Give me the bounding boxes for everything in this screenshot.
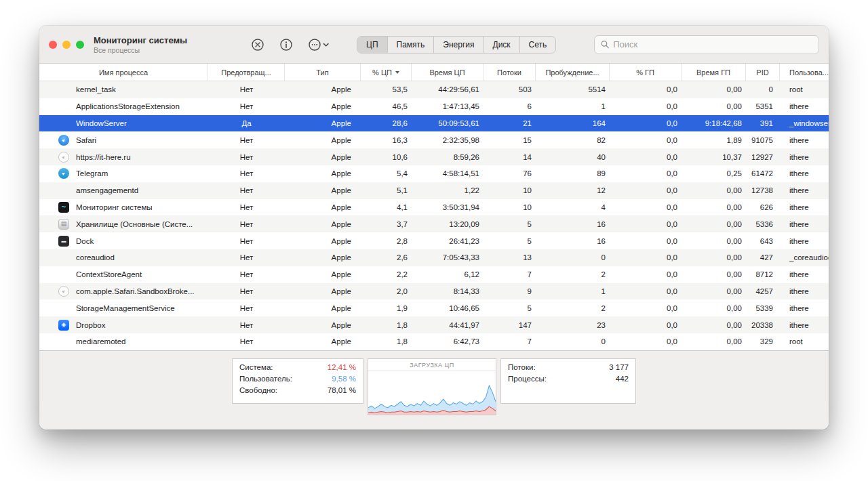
cell-gpu-time: 0,00 <box>682 253 746 262</box>
view-tab[interactable]: Сеть <box>520 37 556 53</box>
view-tab[interactable]: Энергия <box>434 37 484 53</box>
column-header[interactable]: Потоки <box>484 64 536 81</box>
cell-threads: 5 <box>484 237 536 245</box>
cell-gpu-percent: 0,0 <box>610 203 682 211</box>
column-header[interactable]: % ЦП <box>361 64 412 81</box>
cell-user: _windowserver <box>780 119 829 127</box>
cell-pid: 0 <box>746 85 780 93</box>
cell-threads: 7 <box>484 337 536 346</box>
process-row[interactable]: Safari Нет Apple 16,3 2:32:35,98 15 82 0… <box>39 131 829 148</box>
cell-pid: 91075 <box>746 136 780 144</box>
column-header[interactable]: Время ЦП <box>412 64 484 81</box>
x-circle-icon <box>251 38 264 51</box>
cell-cpu-time: 6:42,73 <box>412 337 484 346</box>
cell-process-name: com.apple.Safari.SandboxBroke... <box>39 286 208 297</box>
cell-threads: 7 <box>484 270 536 278</box>
close-button[interactable] <box>49 41 57 49</box>
cell-prevent-sleep: Нет <box>208 337 285 346</box>
window-title-block: Мониторинг системы Все процессы <box>94 35 209 54</box>
cell-wakeups: 12 <box>536 186 610 194</box>
process-row[interactable]: coreaudiod Нет Apple 2,6 7:05:43,33 13 0… <box>39 249 829 266</box>
quit-process-button[interactable] <box>250 37 266 53</box>
cell-wakeups: 16 <box>536 220 610 228</box>
cell-pid: 5339 <box>746 304 780 312</box>
window-subtitle: Все процессы <box>94 46 209 54</box>
search-input[interactable] <box>613 39 812 49</box>
column-header[interactable]: Имя процесса <box>39 64 208 81</box>
minimize-button[interactable] <box>62 41 71 49</box>
stat-row: Пользователь: 9,58 % <box>233 373 363 385</box>
column-header[interactable]: Пользова... <box>780 64 829 81</box>
cell-kind: Apple <box>285 287 361 295</box>
process-row[interactable]: mediaremoted Нет Apple 1,8 6:42,73 7 0 0… <box>39 333 829 350</box>
cell-kind: Apple <box>285 203 361 211</box>
app-icon <box>58 252 69 263</box>
process-row[interactable]: com.apple.Safari.SandboxBroke... Нет App… <box>39 283 829 300</box>
cell-cpu-time: 44:41,97 <box>412 321 484 329</box>
titlebar: Мониторинг системы Все процессы <box>39 26 829 64</box>
cell-wakeups: 2 <box>536 270 610 278</box>
fullscreen-button[interactable] <box>76 41 84 49</box>
view-tab[interactable]: ЦП <box>357 37 388 53</box>
process-row[interactable]: kernel_task Нет Apple 53,5 44:29:56,61 5… <box>39 81 829 98</box>
cell-prevent-sleep: Нет <box>208 287 285 295</box>
cell-process-name: Мониторинг системы <box>39 202 208 213</box>
cell-wakeups: 2 <box>536 304 610 312</box>
cell-cpu-percent: 1,8 <box>361 321 412 329</box>
more-options-button[interactable] <box>307 37 331 53</box>
cpu-stats-panel: Система: 12,41 % Пользователь: 9,58 % Св… <box>232 358 363 404</box>
process-row[interactable]: Хранилище (Основные (Систе... Нет Apple … <box>39 215 829 232</box>
column-header[interactable]: Предотвращ... <box>208 64 285 81</box>
process-row[interactable]: StorageManagementService Нет Apple 1,9 1… <box>39 299 829 316</box>
cell-user: ithere <box>780 186 829 194</box>
process-row[interactable]: ContextStoreAgent Нет Apple 2,2 6,12 7 2… <box>39 266 829 283</box>
app-icon <box>58 84 69 95</box>
cell-prevent-sleep: Нет <box>208 153 285 161</box>
cell-cpu-time: 44:29:56,61 <box>412 85 484 93</box>
column-header[interactable]: PID <box>746 64 780 81</box>
process-row[interactable]: Dropbox Нет Apple 1,8 44:41,97 147 23 0,… <box>39 316 829 333</box>
column-header[interactable]: Пробуждение... <box>536 64 610 81</box>
cell-cpu-time: 8:14,33 <box>412 287 484 295</box>
process-row[interactable]: https://it-here.ru Нет Apple 10,6 8:59,2… <box>39 148 829 165</box>
cell-cpu-percent: 1,8 <box>361 337 412 346</box>
search-field[interactable] <box>594 35 819 54</box>
process-row[interactable]: Dock Нет Apple 2,8 26:41,23 5 16 0,0 0,0… <box>39 232 829 249</box>
process-row[interactable]: amsengagementd Нет Apple 5,1 1,22 10 12 … <box>39 182 829 199</box>
view-tab[interactable]: Память <box>388 37 435 53</box>
cell-prevent-sleep: Нет <box>208 304 285 312</box>
process-row[interactable]: Мониторинг системы Нет Apple 4,1 3:50:31… <box>39 199 829 216</box>
cell-prevent-sleep: Нет <box>208 203 285 211</box>
cell-cpu-time: 8:59,26 <box>412 153 484 161</box>
cell-gpu-time: 1,89 <box>682 136 746 144</box>
cell-user: ithere <box>780 203 829 211</box>
cell-process-name: mediaremoted <box>39 336 208 347</box>
cell-gpu-time: 9:18:42,68 <box>682 119 746 127</box>
cell-cpu-percent: 2,6 <box>361 253 412 262</box>
cell-wakeups: 16 <box>536 237 610 245</box>
process-row[interactable]: WindowServer Да Apple 28,6 50:09:53,61 2… <box>39 115 829 132</box>
column-header[interactable]: % ГП <box>610 64 682 81</box>
column-header[interactable]: Тип <box>285 64 361 81</box>
cell-pid: 5351 <box>746 102 780 110</box>
app-icon <box>58 118 69 129</box>
cell-threads: 503 <box>484 85 536 93</box>
webpage-icon <box>58 152 69 163</box>
view-tab[interactable]: Диск <box>484 37 520 53</box>
cell-gpu-time: 0,00 <box>682 304 746 312</box>
app-icon <box>58 185 69 196</box>
column-header[interactable]: Время ГП <box>682 64 746 81</box>
cell-threads: 6 <box>484 102 536 110</box>
process-row[interactable]: Telegram Нет Apple 5,4 4:58:14,51 76 89 … <box>39 165 829 182</box>
cell-user: root <box>780 337 829 346</box>
cell-gpu-time: 0,00 <box>682 237 746 245</box>
inspect-process-button[interactable] <box>278 37 294 53</box>
cell-pid: 427 <box>746 253 780 262</box>
cell-cpu-percent: 2,0 <box>361 287 412 295</box>
cell-threads: 5 <box>484 304 536 312</box>
traffic-lights <box>49 41 94 49</box>
cell-process-name: Хранилище (Основные (Систе... <box>39 219 208 230</box>
cell-kind: Apple <box>285 85 361 93</box>
cell-prevent-sleep: Нет <box>208 321 285 329</box>
process-row[interactable]: ApplicationsStorageExtension Нет Apple 4… <box>39 98 829 115</box>
